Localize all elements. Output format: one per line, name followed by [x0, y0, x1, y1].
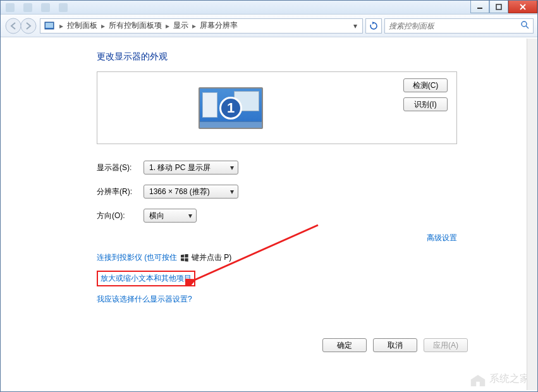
monitor-number-badge: 1 — [219, 97, 242, 119]
title-decoration — [23, 3, 32, 12]
navbar: ▸ 控制面板 ▸ 所有控制面板项 ▸ 显示 ▸ 屏幕分辨率 ▾ — [1, 15, 537, 37]
content-area: 更改显示器的外观 1 检测(C) 识别(I) 显示器(S): 1. 移动 PC … — [2, 39, 536, 390]
identify-button[interactable]: 识别(I) — [403, 97, 448, 111]
monitor-taskbar — [200, 121, 262, 128]
breadcrumb[interactable]: ▸ 控制面板 ▸ 所有控制面板项 ▸ 显示 ▸ 屏幕分辨率 ▾ — [40, 18, 363, 34]
breadcrumb-sep: ▸ — [57, 21, 66, 30]
resolution-value: 1366 × 768 (推荐) — [149, 187, 210, 197]
settings-form: 显示器(S): 1. 移动 PC 显示屏 分辨率(R): 1366 × 768 … — [97, 161, 536, 223]
which-display-link[interactable]: 我应该选择什么显示器设置? — [97, 295, 192, 303]
watermark: 系统之家 — [469, 371, 530, 386]
close-button[interactable] — [508, 1, 537, 13]
svg-rect-7 — [46, 23, 53, 28]
resolution-label: 分辨率(R): — [97, 187, 144, 197]
breadcrumb-item[interactable]: 所有控制面板项 — [107, 20, 163, 31]
titlebar — [1, 1, 537, 15]
nav-back-forward[interactable] — [4, 17, 37, 35]
apply-button[interactable]: 应用(A) — [424, 338, 468, 352]
breadcrumb-item[interactable]: 屏幕分辨率 — [199, 20, 239, 31]
detect-button[interactable]: 检测(C) — [403, 78, 448, 92]
maximize-button[interactable] — [489, 1, 508, 13]
refresh-button[interactable] — [365, 18, 382, 34]
breadcrumb-item[interactable]: 显示 — [172, 20, 190, 31]
orientation-label: 方向(O): — [97, 211, 144, 221]
breadcrumb-sep: ▸ — [190, 21, 199, 30]
cancel-button[interactable]: 取消 — [373, 338, 417, 352]
svg-point-5 — [21, 18, 36, 34]
projector-link[interactable]: 连接到投影仪 (也可按住 — [97, 253, 180, 262]
monitor-thumbnail[interactable]: 1 — [199, 87, 263, 129]
advanced-settings-link[interactable]: 高级设置 — [427, 233, 457, 243]
window-controls — [470, 1, 537, 14]
display-select[interactable]: 1. 移动 PC 显示屏 — [144, 161, 238, 175]
projector-line: 连接到投影仪 (也可按住 键并点击 P) — [97, 252, 536, 263]
svg-line-9 — [526, 26, 529, 28]
display-value: 1. 移动 PC 显示屏 — [149, 162, 211, 173]
ok-button[interactable]: 确定 — [322, 338, 367, 352]
refresh-icon — [369, 21, 378, 30]
resolution-select[interactable]: 1366 × 768 (推荐) — [144, 185, 238, 199]
titlebar-left — [1, 1, 470, 14]
svg-point-4 — [6, 18, 21, 34]
text-scale-link[interactable]: 放大或缩小文本和其他项目 — [97, 271, 195, 286]
svg-rect-1 — [496, 4, 501, 9]
search-icon — [520, 20, 529, 31]
search-box[interactable] — [384, 18, 534, 34]
page-title: 更改显示器的外观 — [97, 51, 536, 63]
display-preview-box: 1 检测(C) 识别(I) — [97, 71, 457, 144]
windows-logo-icon — [181, 254, 188, 262]
title-decoration — [6, 3, 15, 12]
window: ▸ 控制面板 ▸ 所有控制面板项 ▸ 显示 ▸ 屏幕分辨率 ▾ 更改显示器的外观… — [0, 0, 538, 392]
title-decoration — [41, 3, 50, 12]
control-panel-icon — [44, 21, 54, 31]
breadcrumb-sep: ▸ — [99, 21, 107, 30]
breadcrumb-item[interactable]: 控制面板 — [66, 20, 99, 31]
title-decoration — [59, 3, 68, 12]
breadcrumb-dropdown[interactable]: ▾ — [350, 21, 361, 30]
search-input[interactable] — [389, 21, 520, 30]
svg-point-8 — [522, 21, 527, 27]
scrollbar[interactable] — [527, 39, 537, 390]
orientation-select[interactable]: 横向 — [144, 209, 197, 223]
projector-suffix: 键并点击 P) — [190, 253, 232, 262]
breadcrumb-sep: ▸ — [163, 21, 172, 30]
display-label: 显示器(S): — [97, 162, 144, 173]
minimize-button[interactable] — [470, 1, 489, 13]
dialog-buttons: 确定 取消 应用(A) — [2, 338, 536, 352]
orientation-value: 横向 — [149, 211, 164, 221]
